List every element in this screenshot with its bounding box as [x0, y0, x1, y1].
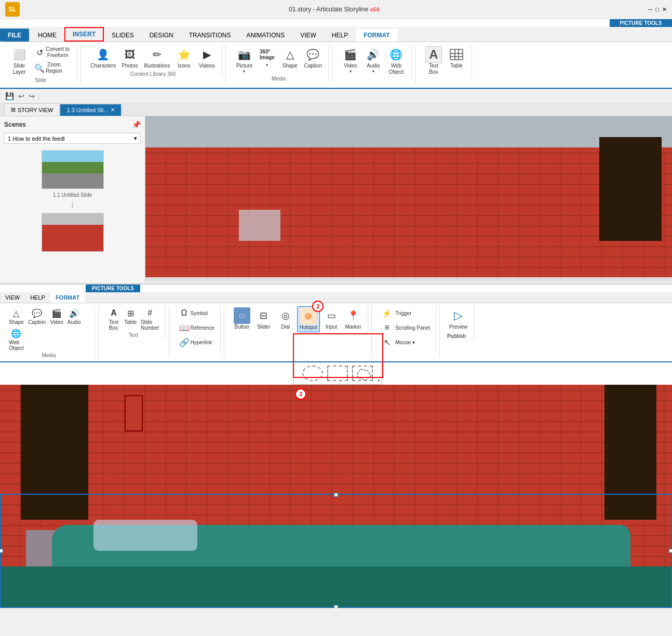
second-video-btn[interactable]: 🎬 Video: [48, 306, 64, 326]
handle-top[interactable]: [334, 493, 338, 497]
second-shape-btn[interactable]: △ Shape: [7, 306, 25, 326]
video-btn[interactable]: 🎬 Video: [340, 45, 361, 75]
web-object-btn[interactable]: 🌐 WebObject: [385, 45, 407, 76]
tab-home[interactable]: HOME: [30, 29, 64, 42]
input-label: Input: [326, 324, 337, 330]
slide-1-label: 1.1 Untitled Slide: [53, 192, 92, 198]
videos-btn[interactable]: ▶ Videos: [196, 45, 218, 70]
tab-animations[interactable]: ANIMATIONS: [238, 29, 292, 42]
second-slidenumber-btn[interactable]: # SlideNumber: [139, 306, 161, 331]
reference-btn[interactable]: 📖 Reference: [177, 321, 216, 334]
tab-view[interactable]: VIEW: [292, 29, 324, 42]
photos-btn[interactable]: 🖼 Photos: [119, 45, 141, 70]
tab-insert[interactable]: INSERT: [64, 27, 104, 42]
second-caption-btn[interactable]: 💬 Caption: [26, 306, 47, 326]
freeform-hotspot-shape[interactable]: [352, 366, 373, 381]
ribbon-group-av: 🎬 Video 🔊 Audio 🌐 WebObject: [335, 44, 412, 78]
mouse-btn[interactable]: ↖ Mouse ▾: [379, 335, 432, 349]
oval-hotspot-shape[interactable]: [302, 366, 323, 381]
pin-icon[interactable]: 📌: [132, 120, 141, 129]
second-table-btn[interactable]: ⊞ Table: [123, 306, 138, 326]
redo-quick-btn[interactable]: ↪: [28, 91, 36, 101]
table-btn[interactable]: Table: [446, 45, 467, 70]
marker-btn[interactable]: 📍 Marker: [343, 306, 364, 331]
convert-freeform-btn[interactable]: ↺ Convert toFreeform: [31, 45, 73, 60]
dial-btn[interactable]: ◎ Dial: [275, 306, 296, 331]
preview-btn[interactable]: ▷ Preview: [447, 306, 470, 331]
second-webobject-icon: 🌐: [10, 327, 22, 340]
story-view-tab[interactable]: ⊞ STORY VIEW: [4, 103, 60, 116]
handle-right[interactable]: [669, 549, 672, 553]
slide-layer-label: SlideLayer: [12, 63, 25, 75]
divider1: [80, 45, 81, 85]
door-element: [599, 137, 662, 241]
picture-btn[interactable]: 📷 Picture: [233, 45, 255, 75]
slider-label: Slider: [257, 324, 271, 330]
symbol-btn[interactable]: Ω Symbol: [177, 306, 209, 320]
second-tab-help[interactable]: HELP: [25, 292, 50, 303]
caption-btn[interactable]: 💬 Caption: [302, 45, 324, 70]
scenes-dropdown[interactable]: 1 How to edit the feedl ▾: [4, 133, 141, 144]
photos-icon: 🖼: [122, 46, 138, 63]
second-shape-label: Shape: [9, 319, 24, 325]
dropdown-scroll-down[interactable]: ▾: [378, 377, 380, 383]
scenes-title: Scenes 📌: [4, 120, 141, 129]
360image-icon: 360°Image: [259, 46, 275, 63]
ribbon-group-content360: 👤 Characters 🖼 Photos ✏ Illustrations ⭐ …: [84, 44, 222, 78]
tab-transitions[interactable]: TRANSITIONS: [181, 29, 239, 42]
slide-1-thumbnail[interactable]: [42, 150, 104, 189]
undo-quick-btn[interactable]: ↩: [17, 91, 25, 101]
360image-btn[interactable]: 360°Image: [256, 45, 278, 69]
icons-btn[interactable]: ⭐ Icons: [173, 45, 195, 70]
second-audio-btn[interactable]: 🔊 Audio: [66, 306, 83, 326]
dial-label: Dial: [281, 324, 290, 330]
divider2: [225, 45, 226, 85]
slide-tab-close[interactable]: ✕: [111, 107, 115, 113]
close-btn[interactable]: ✕: [662, 6, 667, 13]
textbox-btn[interactable]: A TextBox: [423, 45, 445, 76]
slide-tab-label: 1.3 Untitled Sli...: [66, 107, 108, 113]
input-btn[interactable]: ▭ Input: [321, 306, 342, 331]
hotspot-btn[interactable]: ⊛ Hotspot 2: [297, 306, 320, 332]
button-btn[interactable]: ⬭ Button: [232, 306, 252, 331]
second-tab-view[interactable]: VIEW: [0, 292, 25, 303]
characters-btn[interactable]: 👤 Characters: [88, 45, 118, 70]
slide-2-thumbnail[interactable]: [42, 213, 104, 252]
ribbon-group-text: A TextBox Table: [419, 44, 472, 78]
scrolling-panel-btn[interactable]: ≡ Scrolling Panel: [379, 321, 432, 334]
slide-layer-btn[interactable]: ⬜ SlideLayer: [8, 45, 30, 76]
bottom-canvas-image: [0, 385, 672, 608]
app-title: 01.story - Articulate Storyline x64: [24, 6, 644, 13]
hyperlink-btn[interactable]: 🔗 Hyperlink: [177, 335, 214, 349]
rect-hotspot-shape[interactable]: [327, 366, 348, 381]
maximize-btn[interactable]: □: [655, 6, 659, 13]
save-quick-btn[interactable]: 💾: [4, 91, 15, 101]
car-area: [0, 494, 672, 608]
second-tab-format[interactable]: FORMAT: [50, 292, 85, 303]
dropdown-chevron: ▾: [134, 135, 137, 142]
trigger-label: Trigger: [395, 310, 411, 316]
videos-label: Videos: [199, 63, 214, 69]
tab-format[interactable]: FORMAT: [356, 29, 397, 42]
tab-help[interactable]: HELP: [324, 29, 356, 42]
handle-left[interactable]: [0, 549, 3, 553]
slider-btn[interactable]: ⊟ Slider: [253, 306, 274, 331]
picture-label: Picture: [236, 63, 252, 69]
slide-tab-active[interactable]: 1.3 Untitled Sli... ✕: [60, 104, 121, 116]
step3-circle: 3: [295, 388, 306, 400]
title-bar: SL 01.story - Articulate Storyline x64 ─…: [0, 0, 672, 19]
scrolling-panel-label: Scrolling Panel: [395, 325, 430, 331]
slide-layer-icon: ⬜: [11, 46, 28, 63]
second-textbox-btn[interactable]: A TextBox: [106, 306, 122, 331]
tab-file[interactable]: FILE: [0, 29, 29, 42]
illustrations-btn[interactable]: ✏ Illustrations: [142, 45, 172, 70]
tab-design[interactable]: DESIGN: [142, 29, 181, 42]
second-webobject-btn[interactable]: 🌐 WebObject: [7, 327, 25, 351]
tab-slides[interactable]: SLIDES: [104, 29, 142, 42]
shape-icon: △: [281, 46, 298, 63]
minimize-btn[interactable]: ─: [649, 6, 653, 13]
trigger-btn[interactable]: ⚡ Trigger: [379, 306, 432, 320]
audio-btn[interactable]: 🔊 Audio: [362, 45, 384, 75]
shape-btn[interactable]: △ Shape: [279, 45, 301, 70]
zoom-region-btn[interactable]: 🔍 ZoomRegion: [31, 61, 73, 75]
